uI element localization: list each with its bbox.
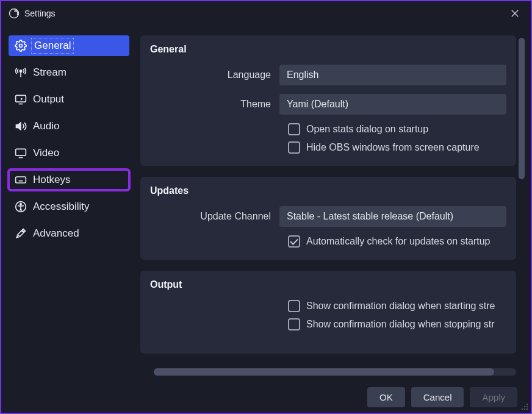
antenna-icon	[15, 66, 27, 79]
row-language: Language English	[150, 65, 506, 85]
close-button[interactable]	[506, 5, 523, 22]
sidebar-item-video[interactable]: Video	[9, 143, 129, 163]
sidebar-item-label: Stream	[33, 66, 66, 79]
sidebar-item-stream[interactable]: Stream	[9, 62, 129, 83]
svg-point-3	[20, 45, 23, 48]
sidebar-item-accessibility[interactable]: Accessibility	[9, 196, 129, 217]
sidebar-item-label: Output	[33, 93, 64, 105]
confirm-start-stream-checkbox[interactable]	[288, 300, 300, 312]
hide-obs-label: Hide OBS windows from screen capture	[306, 142, 480, 153]
svg-point-4	[20, 70, 21, 72]
section-title: Updates	[150, 185, 506, 196]
apply-button: Apply	[470, 387, 517, 407]
row-update-channel: Update Channel Stable - Latest stable re…	[150, 206, 506, 227]
sidebar-item-advanced[interactable]: Advanced	[9, 223, 129, 244]
language-select[interactable]: English	[279, 65, 506, 85]
settings-content: General Language English Theme Yami (Def…	[140, 35, 525, 376]
auto-check-updates-checkbox[interactable]	[288, 235, 300, 248]
section-output: Output Show confirmation dialog when sta…	[140, 271, 516, 354]
auto-check-updates-label: Automatically check for updates on start…	[306, 236, 491, 247]
row-theme: Theme Yami (Default)	[150, 94, 506, 115]
section-general: General Language English Theme Yami (Def…	[140, 35, 516, 166]
vertical-scrollbar[interactable]	[519, 38, 525, 179]
section-updates: Updates Update Channel Stable - Latest s…	[140, 177, 516, 260]
confirm-stop-stream-label: Show confirmation dialog when stopping s…	[306, 319, 495, 330]
open-stats-checkbox[interactable]	[288, 123, 300, 135]
settings-sidebar: General Stream Output	[1, 32, 137, 379]
sidebar-item-label: Advanced	[33, 227, 79, 240]
svg-rect-8	[16, 149, 26, 155]
open-stats-label: Open stats dialog on startup	[306, 124, 428, 135]
section-title: General	[150, 44, 506, 55]
sidebar-item-label: Accessibility	[33, 201, 90, 213]
gear-icon	[15, 40, 27, 52]
row-confirm-stop-stream: Show confirmation dialog when stopping s…	[150, 318, 506, 330]
svg-point-17	[20, 204, 22, 205]
svg-rect-10	[16, 177, 26, 183]
ok-button[interactable]: OK	[367, 387, 405, 407]
row-open-stats: Open stats dialog on startup	[150, 123, 506, 135]
row-auto-check-updates: Automatically check for updates on start…	[150, 235, 506, 248]
horizontal-scrollbar-track[interactable]	[154, 368, 516, 376]
theme-select[interactable]: Yami (Default)	[279, 94, 506, 115]
sidebar-item-output[interactable]: Output	[9, 89, 129, 110]
sidebar-item-label: Video	[33, 147, 59, 159]
section-title: Output	[150, 279, 506, 290]
update-channel-label: Update Channel	[150, 211, 279, 222]
titlebar: Settings	[1, 1, 531, 26]
speaker-icon	[15, 120, 27, 132]
monitor-output-icon	[15, 93, 27, 105]
tools-icon	[15, 227, 27, 240]
monitor-icon	[15, 147, 27, 159]
horizontal-scrollbar-thumb[interactable]	[154, 368, 494, 376]
sidebar-item-label: Audio	[33, 120, 59, 132]
update-channel-select[interactable]: Stable - Latest stable release (Default)	[279, 206, 506, 227]
confirm-stop-stream-checkbox[interactable]	[288, 318, 300, 330]
row-hide-obs: Hide OBS windows from screen capture	[150, 141, 506, 154]
accessibility-icon	[15, 201, 27, 213]
row-confirm-start-stream: Show confirmation dialog when starting s…	[150, 300, 506, 312]
confirm-start-stream-label: Show confirmation dialog when starting s…	[306, 301, 495, 312]
sidebar-item-general[interactable]: General	[9, 35, 129, 56]
sidebar-item-hotkeys[interactable]: Hotkeys	[9, 170, 129, 190]
sidebar-item-label: General	[33, 40, 72, 52]
sidebar-item-audio[interactable]: Audio	[9, 116, 129, 137]
sidebar-item-label: Hotkeys	[33, 174, 70, 186]
cancel-button[interactable]: Cancel	[411, 387, 464, 407]
language-label: Language	[150, 70, 279, 80]
window-title: Settings	[24, 9, 56, 18]
obs-logo-icon	[9, 8, 20, 19]
theme-label: Theme	[150, 99, 279, 110]
hide-obs-checkbox[interactable]	[288, 141, 300, 154]
dialog-footer: OK Cancel Apply	[2, 382, 530, 412]
keyboard-icon	[15, 174, 27, 186]
